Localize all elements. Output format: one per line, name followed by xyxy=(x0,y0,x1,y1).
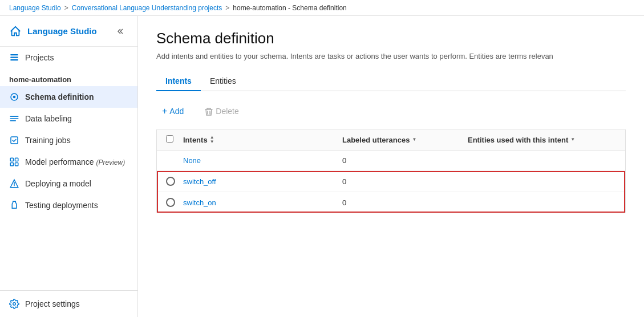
add-label: Add xyxy=(169,107,184,116)
settings-icon xyxy=(9,299,19,309)
sidebar-item-deploying-model[interactable]: Deploying a model xyxy=(0,173,137,194)
trash-icon xyxy=(204,107,213,116)
sidebar-bottom: Project settings xyxy=(0,290,137,317)
svg-rect-9 xyxy=(15,163,18,166)
sidebar: Language Studio Projects home-automation xyxy=(0,16,138,317)
breadcrumb-bar: Language Studio > Conversational Languag… xyxy=(0,0,644,16)
sidebar-item-schema-definition[interactable]: Schema definition xyxy=(0,86,137,108)
svg-rect-0 xyxy=(10,54,18,55)
table-row-switch-off: switch_off 0 xyxy=(157,171,625,192)
add-button[interactable]: + Add xyxy=(156,103,189,120)
projects-label: Projects xyxy=(25,53,54,62)
switch-off-link[interactable]: switch_off xyxy=(183,177,216,186)
delete-button[interactable]: Delete xyxy=(199,103,244,120)
training-icon xyxy=(9,135,19,145)
model-icon xyxy=(9,157,19,167)
svg-rect-5 xyxy=(11,137,18,144)
col-intents-header: Intents ▲ ▼ xyxy=(183,135,342,144)
sort-entities-icon[interactable]: ▼ xyxy=(570,137,575,142)
svg-rect-1 xyxy=(10,57,18,58)
col-labeled-header: Labeled utterances ▼ xyxy=(342,136,468,144)
toolbar: + Add Delete xyxy=(156,103,626,120)
sort-intents-icon[interactable]: ▲ ▼ xyxy=(210,135,214,144)
breadcrumb-sep-1: > xyxy=(64,4,68,12)
switch-off-radio[interactable] xyxy=(166,177,175,186)
highlighted-rows-container: switch_off 0 switch_on 0 xyxy=(157,171,625,213)
data-labeling-label: Data labeling xyxy=(25,114,72,123)
breadcrumb-current: home-automation - Schema definition xyxy=(233,4,346,12)
none-intent-link[interactable]: None xyxy=(183,156,201,165)
switch-on-intent-cell: switch_on xyxy=(183,198,342,207)
none-labeled-cell: 0 xyxy=(342,156,468,165)
sidebar-header: Language Studio xyxy=(0,16,137,47)
breadcrumb-sep-2: > xyxy=(225,4,229,12)
sidebar-item-model-performance[interactable]: Model performance (Preview) xyxy=(0,151,137,173)
delete-icon xyxy=(204,106,213,116)
intents-table: Intents ▲ ▼ Labeled utterances ▼ xyxy=(156,129,626,213)
sidebar-item-project-settings[interactable]: Project settings xyxy=(0,293,137,315)
collapse-icon xyxy=(117,27,126,36)
switch-off-checkbox-cell xyxy=(166,177,183,186)
sidebar-item-data-labeling[interactable]: Data labeling xyxy=(0,108,137,129)
svg-point-4 xyxy=(13,96,16,99)
sidebar-item-testing-deployments[interactable]: Testing deployments xyxy=(0,194,137,216)
breadcrumb-link-clu[interactable]: Conversational Language Understanding pr… xyxy=(72,4,222,12)
sort-labeled-icon[interactable]: ▼ xyxy=(412,137,417,142)
add-icon: + xyxy=(162,106,167,116)
delete-label: Delete xyxy=(216,107,238,116)
switch-on-checkbox-cell xyxy=(166,198,183,207)
intents-header[interactable]: Intents ▲ ▼ xyxy=(183,135,342,144)
svg-rect-6 xyxy=(10,158,13,161)
project-section-label: home-automation xyxy=(0,68,137,86)
sidebar-item-training-jobs[interactable]: Training jobs xyxy=(0,129,137,151)
breadcrumb-link-language-studio[interactable]: Language Studio xyxy=(9,4,61,12)
schema-definition-label: Schema definition xyxy=(25,92,94,101)
switch-off-labeled-cell: 0 xyxy=(342,177,468,186)
table-header-row: Intents ▲ ▼ Labeled utterances ▼ xyxy=(157,129,625,151)
select-all-checkbox[interactable] xyxy=(166,135,173,143)
collapse-button[interactable] xyxy=(115,24,128,38)
col-entities-header: Entities used with this intent ▼ xyxy=(468,136,616,144)
switch-on-labeled-cell: 0 xyxy=(342,198,468,207)
project-settings-label: Project settings xyxy=(25,299,80,308)
page-title: Schema definition xyxy=(156,30,626,47)
svg-rect-7 xyxy=(15,158,18,161)
table-row-switch-on: switch_on 0 xyxy=(157,192,625,213)
switch-on-link[interactable]: switch_on xyxy=(183,198,216,207)
labeled-header[interactable]: Labeled utterances ▼ xyxy=(342,136,468,144)
schema-icon xyxy=(9,92,19,102)
tab-entities[interactable]: Entities xyxy=(201,72,245,91)
deploy-icon xyxy=(9,178,19,189)
sidebar-item-projects[interactable]: Projects xyxy=(0,47,137,68)
svg-rect-2 xyxy=(10,59,18,60)
none-intent-cell: None xyxy=(183,156,342,165)
tabs-container: Intents Entities xyxy=(156,72,626,91)
deploying-model-label: Deploying a model xyxy=(25,179,91,188)
entities-header[interactable]: Entities used with this intent ▼ xyxy=(468,136,616,144)
home-icon xyxy=(9,25,22,38)
tab-intents[interactable]: Intents xyxy=(156,72,201,91)
sidebar-app-name[interactable]: Language Studio xyxy=(27,26,97,36)
list-icon xyxy=(9,52,19,63)
switch-off-intent-cell: switch_off xyxy=(183,177,342,186)
training-jobs-label: Training jobs xyxy=(25,136,71,145)
sidebar-title: Language Studio xyxy=(9,25,97,38)
table-row-none: None 0 xyxy=(157,151,625,171)
page-description: Add intents and entities to your schema.… xyxy=(156,52,626,60)
svg-rect-8 xyxy=(10,163,13,166)
model-performance-label: Model performance (Preview) xyxy=(25,157,125,166)
label-icon xyxy=(9,113,19,124)
test-icon xyxy=(9,200,19,210)
main-layout: Language Studio Projects home-automation xyxy=(0,16,644,317)
switch-on-radio[interactable] xyxy=(166,198,175,207)
testing-deployments-label: Testing deployments xyxy=(25,201,98,210)
svg-point-10 xyxy=(13,303,16,306)
content-area: Schema definition Add intents and entiti… xyxy=(138,16,644,317)
col-checkbox-header xyxy=(166,135,183,144)
